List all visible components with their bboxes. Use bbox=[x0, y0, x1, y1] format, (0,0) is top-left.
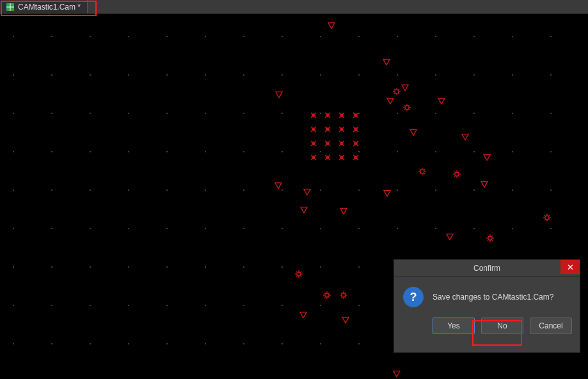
grid-dot bbox=[51, 305, 52, 306]
svg-point-8 bbox=[326, 114, 329, 117]
grid-dot bbox=[397, 36, 398, 37]
dialog-message: Save changes to CAMtastic1.Cam? bbox=[433, 293, 553, 302]
grid-dot bbox=[397, 151, 398, 152]
grid-dot bbox=[90, 36, 91, 37]
grid-dot bbox=[243, 151, 244, 152]
grid-dot bbox=[90, 266, 91, 268]
pad-star-icon bbox=[337, 111, 346, 120]
grid-dot bbox=[166, 151, 168, 152]
dialog-close-button[interactable]: ✕ bbox=[560, 260, 580, 274]
pad-star-icon bbox=[323, 111, 332, 120]
svg-line-105 bbox=[458, 172, 459, 173]
grid-dot bbox=[13, 36, 14, 37]
svg-point-29 bbox=[312, 142, 315, 145]
grid-dot bbox=[128, 74, 129, 76]
svg-line-78 bbox=[398, 89, 399, 90]
grid-dot bbox=[243, 228, 244, 229]
svg-point-14 bbox=[354, 114, 357, 117]
svg-point-50 bbox=[354, 156, 357, 159]
grid-dot bbox=[435, 36, 436, 37]
triangle-down-icon bbox=[303, 189, 311, 196]
pad-star-icon bbox=[337, 153, 346, 162]
grid-dot bbox=[282, 151, 283, 152]
svg-line-149 bbox=[345, 296, 346, 298]
grid-dot bbox=[282, 228, 283, 229]
grid-dot bbox=[166, 343, 168, 344]
svg-marker-68 bbox=[300, 312, 306, 318]
svg-marker-52 bbox=[383, 60, 390, 65]
svg-point-35 bbox=[340, 142, 343, 145]
grid-dot bbox=[512, 228, 513, 229]
grid-dot bbox=[166, 113, 168, 114]
triangle-down-icon bbox=[446, 234, 454, 241]
dialog-titlebar[interactable]: Confirm ✕ bbox=[394, 260, 580, 277]
grid-dot bbox=[550, 228, 552, 229]
svg-line-77 bbox=[398, 93, 399, 94]
grid-dot bbox=[550, 113, 552, 114]
grid-dot bbox=[166, 305, 168, 306]
svg-line-114 bbox=[548, 215, 550, 216]
pad-star-icon bbox=[323, 125, 332, 134]
no-label: No bbox=[497, 321, 507, 330]
pad-star-icon bbox=[323, 153, 332, 162]
triangle-down-icon bbox=[401, 85, 409, 92]
grid-dot bbox=[243, 305, 244, 306]
grid-dot bbox=[205, 113, 206, 114]
grid-dot bbox=[473, 74, 475, 76]
grid-dot bbox=[435, 74, 436, 76]
triangle-down-icon bbox=[328, 22, 335, 29]
svg-marker-56 bbox=[438, 99, 445, 104]
grid-dot bbox=[435, 113, 436, 114]
dialog-button-row: Yes No Cancel bbox=[394, 312, 580, 342]
svg-line-79 bbox=[394, 93, 395, 94]
grid-dot bbox=[205, 305, 206, 306]
grid-dot bbox=[13, 343, 14, 344]
cam-file-icon bbox=[6, 3, 14, 11]
svg-line-86 bbox=[408, 109, 409, 110]
grid-dot bbox=[166, 228, 168, 229]
grid-dot bbox=[128, 266, 129, 268]
triangle-down-icon bbox=[438, 98, 445, 105]
grid-dot bbox=[243, 113, 244, 114]
grid-dot bbox=[320, 190, 321, 191]
pad-star-icon bbox=[351, 153, 360, 162]
grid-dot bbox=[358, 266, 360, 268]
svg-marker-54 bbox=[402, 85, 408, 91]
svg-line-94 bbox=[420, 169, 421, 170]
document-tab[interactable]: CAMtastic1.Cam * bbox=[0, 0, 88, 13]
svg-line-115 bbox=[544, 219, 546, 220]
svg-marker-65 bbox=[340, 209, 347, 214]
svg-line-76 bbox=[394, 89, 395, 90]
grid-dot bbox=[51, 36, 52, 37]
grid-dot bbox=[512, 113, 513, 114]
grid-dot bbox=[358, 343, 360, 344]
grid-dot bbox=[320, 113, 321, 114]
grid-dot bbox=[397, 74, 398, 76]
pad-star-icon bbox=[351, 111, 360, 120]
grid-dot bbox=[358, 36, 360, 37]
grid-dot bbox=[90, 343, 91, 344]
svg-marker-55 bbox=[387, 99, 393, 104]
grid-dot bbox=[205, 266, 206, 268]
svg-marker-60 bbox=[481, 182, 488, 188]
cancel-button[interactable]: Cancel bbox=[530, 318, 572, 334]
grid-dot bbox=[320, 151, 321, 152]
grid-dot bbox=[550, 74, 552, 76]
no-button[interactable]: No bbox=[481, 318, 523, 334]
yes-button[interactable]: Yes bbox=[433, 318, 475, 334]
svg-line-112 bbox=[544, 215, 546, 216]
tab-label: CAMtastic1.Cam * bbox=[18, 3, 81, 12]
grid-dot bbox=[243, 343, 244, 344]
grid-dot bbox=[358, 190, 360, 191]
grid-dot bbox=[51, 343, 52, 344]
grid-dot bbox=[90, 113, 91, 114]
grid-dot bbox=[128, 343, 129, 344]
grid-dot bbox=[51, 113, 52, 114]
grid-dot bbox=[13, 266, 14, 268]
tab-bar: CAMtastic1.Cam * bbox=[0, 0, 588, 14]
grid-dot bbox=[397, 228, 398, 229]
grid-dot bbox=[13, 74, 14, 76]
triangle-down-icon bbox=[383, 190, 391, 197]
grid-dot bbox=[128, 151, 129, 152]
grid-dot bbox=[435, 190, 436, 191]
